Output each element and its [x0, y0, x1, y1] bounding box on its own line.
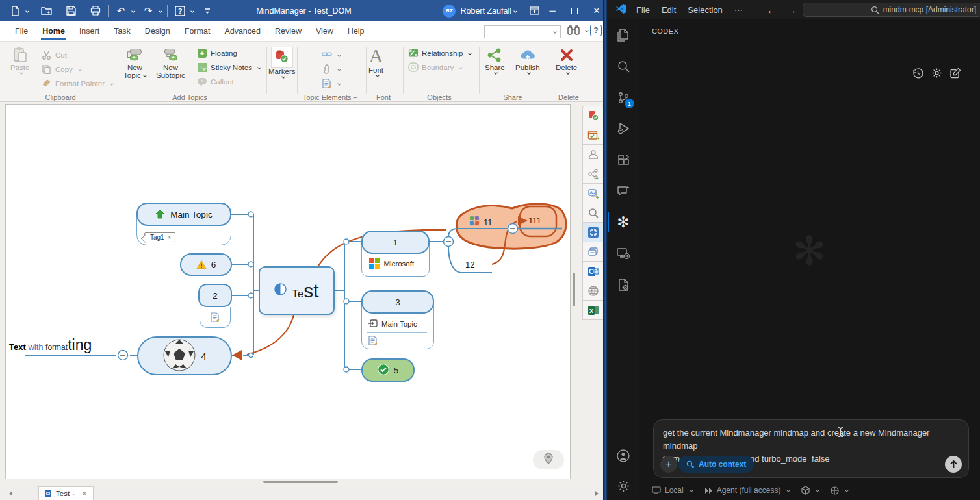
topic-111[interactable]: 111: [528, 216, 541, 225]
map-position-button[interactable]: [533, 450, 564, 469]
delete-button[interactable]: Delete: [556, 47, 577, 74]
menu-design[interactable]: Design: [138, 23, 177, 40]
boundary-button[interactable]: Boundary: [408, 62, 462, 73]
share-button[interactable]: Share: [485, 47, 505, 74]
topic-6[interactable]: 6: [180, 253, 232, 276]
new-subtopic-button[interactable]: + New Subtopic: [156, 47, 185, 79]
tab-snippets[interactable]: [582, 242, 604, 262]
vscode-menu-edit[interactable]: Edit: [656, 3, 682, 18]
nav-back-icon[interactable]: ←: [767, 5, 777, 16]
notes-button[interactable]: [322, 79, 341, 89]
new-document-chevron[interactable]: [25, 9, 29, 13]
account-chevron[interactable]: [513, 9, 517, 13]
customize-toolbar-icon[interactable]: [200, 4, 214, 18]
tab-task-info[interactable]: +: [582, 125, 604, 145]
topic-12[interactable]: 12: [465, 260, 474, 269]
topic-11[interactable]: 11: [469, 216, 493, 229]
topic-3-notes-icon[interactable]: [368, 336, 378, 348]
activity-remote-tunnels[interactable]: [608, 238, 639, 269]
topic-main-topic[interactable]: Main Topic: [136, 203, 231, 226]
topic-4[interactable]: 4: [137, 336, 232, 375]
menu-insert[interactable]: Insert: [72, 23, 107, 40]
model-selector[interactable]: [801, 486, 819, 495]
attach-plus-button[interactable]: +: [660, 456, 677, 473]
tab-popout-icon[interactable]: ⌐: [73, 490, 77, 497]
prompt-input[interactable]: get the current Mindmanager mindmap and …: [653, 419, 969, 478]
topic-5[interactable]: 5: [361, 358, 415, 382]
relationship-button[interactable]: Relationship: [408, 48, 471, 58]
horizontal-scrollbar-thumb[interactable]: [263, 481, 338, 483]
codex-settings-icon[interactable]: [931, 68, 943, 79]
floating-text-topic[interactable]: Text with formatting: [9, 336, 92, 354]
paste-button[interactable]: Paste: [10, 47, 29, 74]
new-chat-icon[interactable]: [950, 68, 962, 79]
floating-button[interactable]: +Floating: [197, 48, 237, 58]
avatar[interactable]: RZ: [443, 5, 456, 18]
new-document-icon[interactable]: [8, 4, 22, 18]
account-name[interactable]: Robert Zaufall: [460, 6, 511, 16]
topic-3-subtopic-row[interactable]: Main Topic: [368, 319, 417, 329]
auto-context-chip[interactable]: Auto context: [678, 456, 754, 473]
vertical-scrollbar-thumb[interactable]: [573, 273, 575, 306]
send-button[interactable]: [945, 456, 962, 473]
vscode-menu-file[interactable]: File: [630, 3, 656, 18]
tab-search[interactable]: [582, 203, 604, 223]
callout-button[interactable]: +Callout: [197, 77, 234, 87]
tabs-scroll-right-icon[interactable]: [595, 491, 599, 496]
tag-remove-icon[interactable]: ×: [168, 234, 172, 241]
tab-excel[interactable]: X: [582, 301, 604, 320]
help-chevron[interactable]: [190, 9, 194, 13]
activity-extensions[interactable]: [608, 144, 639, 175]
tab-web[interactable]: [582, 281, 604, 301]
undo-icon[interactable]: ↶: [114, 4, 128, 18]
activity-mcp-config[interactable]: ++: [608, 269, 639, 300]
menu-file[interactable]: File: [8, 23, 35, 40]
menu-help[interactable]: Help: [341, 23, 372, 40]
topic-tag[interactable]: Tag1×: [144, 231, 175, 242]
redo-chevron[interactable]: [159, 9, 162, 13]
markers-button[interactable]: Markers: [268, 47, 296, 78]
command-center-search[interactable]: mindm-mcp [Administrator]: [803, 3, 980, 17]
print-icon[interactable]: [88, 4, 103, 18]
undo-chevron[interactable]: [131, 9, 135, 13]
menu-task[interactable]: Task: [107, 23, 138, 40]
activity-chat[interactable]: [608, 175, 639, 206]
activity-source-control[interactable]: 1: [608, 82, 639, 113]
menu-advanced[interactable]: Advanced: [217, 23, 268, 40]
topic-2[interactable]: 2: [198, 284, 232, 307]
nav-forward-icon[interactable]: →: [787, 5, 797, 16]
activity-search[interactable]: [608, 51, 639, 82]
cut-button[interactable]: Cut: [42, 50, 67, 60]
find-binoculars-icon[interactable]: [567, 24, 581, 40]
help-icon[interactable]: ?: [173, 4, 187, 18]
central-topic-test[interactable]: Test: [259, 266, 335, 315]
menu-view[interactable]: View: [309, 23, 341, 40]
menu-home[interactable]: Home: [35, 23, 72, 40]
menu-review[interactable]: Review: [268, 23, 309, 40]
find-chevron[interactable]: [585, 29, 589, 32]
new-topic-button[interactable]: + New Topic: [123, 47, 146, 79]
format-painter-button[interactable]: Format Painter: [42, 79, 113, 89]
copy-button[interactable]: Copy: [42, 64, 81, 75]
tab-close-icon[interactable]: ✕: [81, 489, 88, 498]
activity-run-debug[interactable]: [608, 113, 639, 144]
maximize-button[interactable]: [563, 0, 586, 21]
hyperlink-button[interactable]: [322, 50, 341, 60]
history-icon[interactable]: [912, 68, 924, 79]
tab-fit-map[interactable]: [582, 223, 604, 242]
redo-icon[interactable]: ↷: [141, 4, 155, 18]
topic-1-attachment[interactable]: Microsoft: [369, 258, 414, 269]
publish-button[interactable]: Publish: [515, 47, 540, 74]
vscode-menu-selection[interactable]: Selection: [682, 3, 728, 18]
tab-outlook[interactable]: [582, 262, 604, 281]
environment-selector[interactable]: Local: [652, 486, 693, 495]
topic-2-notes-card[interactable]: [200, 307, 231, 328]
tab-image-library[interactable]: +: [582, 184, 604, 203]
document-tab-test[interactable]: Test ⌐ ✕: [38, 486, 94, 500]
vscode-menu-overflow[interactable]: ⋯: [729, 3, 749, 18]
help-question-button[interactable]: ?: [590, 25, 602, 36]
font-button[interactable]: A Font: [368, 45, 383, 77]
tab-resources[interactable]: [582, 145, 604, 164]
topic-3[interactable]: 3: [361, 290, 434, 314]
tab-map-parts[interactable]: +: [582, 164, 604, 184]
